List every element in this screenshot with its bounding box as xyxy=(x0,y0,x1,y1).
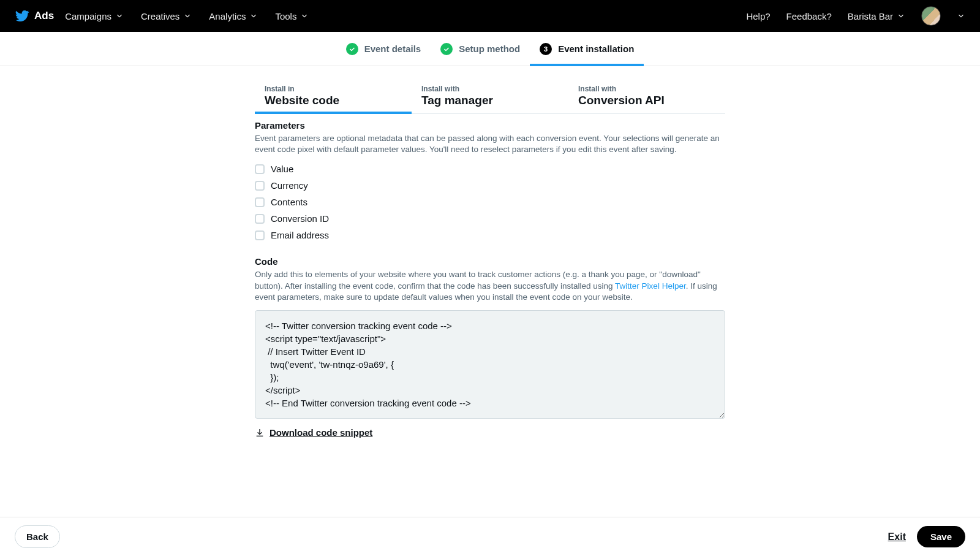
download-icon xyxy=(255,428,265,438)
checkbox-label: Contents xyxy=(271,197,307,207)
nav-creatives[interactable]: Creatives xyxy=(141,11,192,21)
brand[interactable]: Ads xyxy=(15,9,54,23)
nav-item-label: Creatives xyxy=(141,11,179,21)
nav-right: Help? Feedback? Barista Bar xyxy=(746,6,965,26)
checkbox-label: Email address xyxy=(271,230,329,240)
param-currency[interactable]: Currency xyxy=(255,180,725,191)
nav-campaigns[interactable]: Campaigns xyxy=(65,11,124,21)
check-icon xyxy=(346,43,358,55)
brand-text: Ads xyxy=(34,10,54,22)
chevron-down-icon[interactable] xyxy=(957,12,965,20)
nav-item-label: Feedback? xyxy=(786,11,832,21)
code-title: Code xyxy=(255,256,725,267)
checkbox-label: Value xyxy=(271,164,293,174)
step-label: Setup method xyxy=(459,44,520,54)
tab-conversion-api[interactable]: Install with Conversion API xyxy=(568,83,725,113)
top-nav: Ads Campaigns Creatives Analytics Tools … xyxy=(0,0,980,32)
checkbox[interactable] xyxy=(255,164,265,174)
param-contents[interactable]: Contents xyxy=(255,197,725,207)
nav-item-label: Help? xyxy=(746,11,770,21)
checkbox[interactable] xyxy=(255,181,265,191)
tab-sup: Install in xyxy=(265,85,402,93)
tab-sup: Install with xyxy=(578,85,715,93)
parameters-title: Parameters xyxy=(255,120,725,131)
param-value[interactable]: Value xyxy=(255,164,725,174)
step-label: Event installation xyxy=(558,44,634,54)
tab-tag-manager[interactable]: Install with Tag manager xyxy=(412,83,568,113)
checkbox[interactable] xyxy=(255,230,265,240)
tab-sup: Install with xyxy=(421,85,559,93)
code-section: Code Only add this to elements of your w… xyxy=(255,256,725,440)
tab-main: Website code xyxy=(265,94,402,107)
nav-item-label: Analytics xyxy=(209,11,246,21)
checkbox[interactable] xyxy=(255,214,265,224)
download-label: Download code snippet xyxy=(270,427,372,438)
nav-item-label: Barista Bar xyxy=(848,11,893,21)
download-code-snippet[interactable]: Download code snippet xyxy=(255,427,372,438)
nav-account[interactable]: Barista Bar xyxy=(848,11,905,21)
chevron-down-icon xyxy=(183,12,192,20)
parameters-desc: Event parameters are optional metadata t… xyxy=(255,133,725,155)
check-icon xyxy=(440,43,453,55)
chevron-down-icon xyxy=(897,12,905,20)
parameters-section: Parameters Event parameters are optional… xyxy=(255,120,725,240)
stepper: Event details Setup method 3 Event insta… xyxy=(0,32,980,66)
code-snippet-box[interactable]: <!-- Twitter conversion tracking event c… xyxy=(255,310,725,419)
tab-main: Conversion API xyxy=(578,94,715,107)
main-content: Install in Website code Install with Tag… xyxy=(245,83,735,440)
nav-analytics[interactable]: Analytics xyxy=(209,11,258,21)
avatar[interactable] xyxy=(921,6,941,26)
code-desc: Only add this to elements of your websit… xyxy=(255,269,725,303)
tab-main: Tag manager xyxy=(421,94,559,107)
param-email[interactable]: Email address xyxy=(255,230,725,240)
step-label: Event details xyxy=(364,44,421,54)
step-number-badge: 3 xyxy=(540,43,552,55)
pixel-helper-link[interactable]: Twitter Pixel Helper xyxy=(615,281,686,291)
step-event-installation[interactable]: 3 Event installation xyxy=(530,32,644,66)
tab-website-code[interactable]: Install in Website code xyxy=(255,83,412,113)
nav-help[interactable]: Help? xyxy=(746,11,770,21)
nav-left: Campaigns Creatives Analytics Tools xyxy=(65,11,309,21)
checkbox-label: Conversion ID xyxy=(271,213,329,224)
checkbox[interactable] xyxy=(255,197,265,207)
nav-tools[interactable]: Tools xyxy=(275,11,309,21)
chevron-down-icon xyxy=(115,12,124,20)
chevron-down-icon xyxy=(300,12,309,20)
step-event-details[interactable]: Event details xyxy=(336,32,431,66)
nav-feedback[interactable]: Feedback? xyxy=(786,11,832,21)
parameters-checklist: Value Currency Contents Conversion ID Em… xyxy=(255,164,725,240)
param-conversion-id[interactable]: Conversion ID xyxy=(255,213,725,224)
checkbox-label: Currency xyxy=(271,180,308,191)
install-tabs: Install in Website code Install with Tag… xyxy=(255,83,725,114)
step-setup-method[interactable]: Setup method xyxy=(431,32,530,66)
twitter-bird-icon xyxy=(15,9,29,23)
chevron-down-icon xyxy=(249,12,258,20)
nav-item-label: Campaigns xyxy=(65,11,111,21)
nav-item-label: Tools xyxy=(275,11,296,21)
